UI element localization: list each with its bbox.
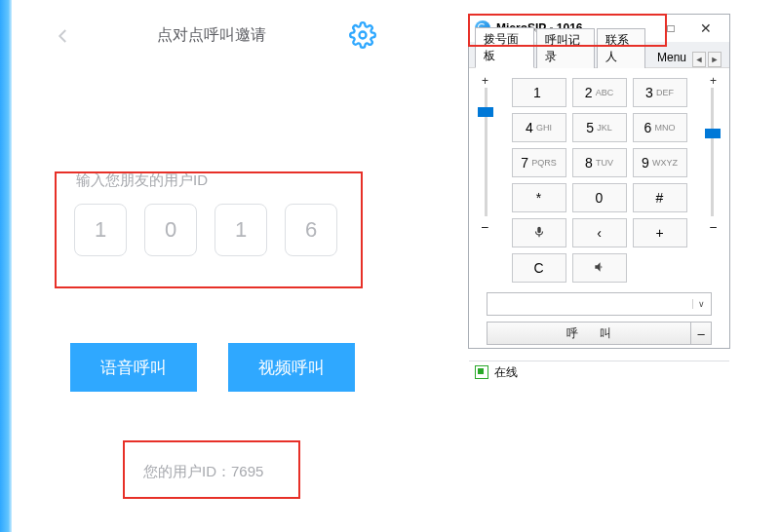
- vol-right-plus: +: [710, 74, 717, 88]
- call-extra-button[interactable]: –: [691, 322, 712, 345]
- vol-right-minus: –: [710, 220, 717, 234]
- number-select[interactable]: ∨: [487, 292, 712, 316]
- digit-2[interactable]: 0: [144, 204, 197, 256]
- friend-id-area: 输入您朋友的用户ID 1 0 1 6: [70, 171, 363, 256]
- key-speaker[interactable]: [572, 253, 627, 283]
- left-slider-thumb[interactable]: [478, 107, 493, 117]
- key-plus[interactable]: +: [633, 218, 687, 247]
- page-title: 点对点呼叫邀请: [157, 25, 266, 46]
- call-button[interactable]: 呼叫: [487, 322, 691, 345]
- video-call-button[interactable]: 视频呼叫: [228, 343, 355, 392]
- key-5[interactable]: 5JKL: [572, 113, 627, 142]
- vol-left-plus: +: [482, 74, 488, 88]
- key-4[interactable]: 4GHI: [512, 113, 566, 142]
- key-1[interactable]: 1: [512, 78, 566, 107]
- key-clear[interactable]: C: [512, 253, 566, 283]
- call-buttons: 语音呼叫 视频呼叫: [70, 343, 355, 392]
- back-icon[interactable]: [55, 27, 72, 45]
- key-2[interactable]: 2ABC: [572, 78, 627, 107]
- status-text: 在线: [494, 364, 518, 381]
- key-7[interactable]: 7PQRS: [512, 148, 566, 177]
- key-mic[interactable]: [512, 218, 566, 247]
- tab-history[interactable]: 呼叫记录: [536, 28, 596, 68]
- key-star[interactable]: *: [512, 183, 566, 212]
- digit-3[interactable]: 1: [214, 204, 267, 256]
- status-online-icon: [475, 365, 488, 379]
- dial-area: + + – – 1 2ABC 3DEF 4GHI 5JKL 6MNO 7PQRS…: [469, 68, 729, 353]
- keypad: 1 2ABC 3DEF 4GHI 5JKL 6MNO 7PQRS 8TUV 9W…: [504, 78, 694, 283]
- key-3[interactable]: 3DEF: [633, 78, 687, 107]
- tab-dialpad[interactable]: 拨号面板: [475, 27, 534, 68]
- vol-left-minus: –: [482, 220, 488, 234]
- friend-id-label: 输入您朋友的用户ID: [76, 171, 363, 190]
- digit-4[interactable]: 6: [285, 204, 337, 256]
- chevron-down-icon: ∨: [692, 299, 709, 309]
- key-6[interactable]: 6MNO: [633, 113, 687, 142]
- key-hash[interactable]: #: [633, 183, 687, 212]
- call-row: 呼叫 –: [487, 322, 712, 345]
- voice-call-button[interactable]: 语音呼叫: [70, 343, 197, 392]
- friend-id-digits: 1 0 1 6: [74, 204, 363, 256]
- speaker-icon: [593, 260, 606, 277]
- right-slider-thumb[interactable]: [705, 129, 721, 138]
- tab-bar: 拨号面板 呼叫记录 联系人 Menu ◄ ►: [469, 42, 729, 68]
- status-bar: 在线: [469, 361, 729, 383]
- close-button[interactable]: ✕: [688, 18, 723, 39]
- number-select-row: ∨: [487, 292, 712, 316]
- key-8[interactable]: 8TUV: [572, 148, 627, 177]
- header: 点对点呼叫邀请: [12, 21, 411, 60]
- tab-scroll-arrows[interactable]: ◄ ►: [692, 52, 723, 67]
- tab-arrow-left-icon[interactable]: ◄: [692, 52, 706, 67]
- tab-arrow-right-icon[interactable]: ►: [708, 52, 722, 67]
- right-volume-slider[interactable]: [711, 88, 714, 216]
- key-0[interactable]: 0: [572, 183, 627, 212]
- tab-menu[interactable]: Menu: [651, 48, 692, 67]
- microsip-window: MicroSIP - 1016 — □ ✕ 拨号面板 呼叫记录 联系人 Menu…: [468, 14, 730, 349]
- mic-icon: [532, 225, 546, 242]
- digit-1[interactable]: 1: [74, 204, 127, 256]
- key-backspace[interactable]: ‹: [572, 218, 627, 247]
- maximize-button[interactable]: □: [653, 18, 688, 39]
- my-user-id: 您的用户ID：7695: [143, 463, 263, 481]
- key-9[interactable]: 9WXYZ: [633, 148, 687, 177]
- svg-point-0: [360, 32, 367, 39]
- gear-icon[interactable]: [349, 21, 376, 49]
- p2p-card: 点对点呼叫邀请 输入您朋友的用户ID 1 0 1 6 语音呼叫 视频呼叫 您的用…: [12, 0, 411, 532]
- tab-contacts[interactable]: 联系人: [597, 28, 645, 68]
